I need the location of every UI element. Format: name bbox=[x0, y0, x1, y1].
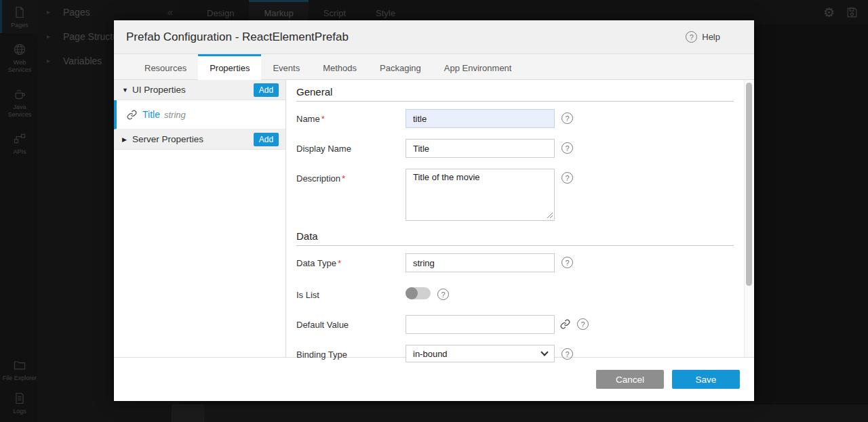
help-icon[interactable]: ? bbox=[437, 289, 449, 300]
property-type: string bbox=[164, 110, 186, 120]
dialog-footer: Cancel Save bbox=[114, 357, 754, 401]
property-item-title[interactable]: Title string bbox=[114, 100, 285, 129]
selected-option: in-bound bbox=[413, 349, 448, 359]
property-form: General Name* ? Display Name ? Descripti… bbox=[286, 80, 754, 357]
link-icon bbox=[127, 110, 137, 120]
description-textarea[interactable]: Title of the movie bbox=[406, 169, 555, 221]
toggle-knob bbox=[406, 287, 418, 299]
dialog-title: Prefab Configuration - ReactElementPrefa… bbox=[126, 30, 349, 44]
section-data: Data bbox=[296, 230, 734, 246]
tab-resources[interactable]: Resources bbox=[133, 54, 198, 79]
help-icon[interactable]: ? bbox=[561, 112, 573, 124]
field-label: Data Type* bbox=[296, 253, 406, 268]
required-marker: * bbox=[338, 258, 341, 268]
help-icon[interactable]: ? bbox=[561, 172, 573, 184]
field-label: Display Name bbox=[296, 139, 406, 154]
tab-label: Properties bbox=[210, 63, 250, 73]
bind-link-icon[interactable] bbox=[560, 319, 570, 332]
field-row-is-list: Is List ? bbox=[296, 285, 734, 300]
form-scrollbar[interactable] bbox=[744, 80, 753, 357]
chevron-down-icon bbox=[540, 348, 548, 356]
dialog-tabbar: Resources Properties Events Methods Pack… bbox=[114, 54, 754, 80]
tab-events[interactable]: Events bbox=[261, 54, 311, 79]
resize-grip-icon[interactable] bbox=[547, 212, 553, 219]
tab-properties[interactable]: Properties bbox=[198, 54, 261, 80]
properties-list-panel: ▼ UI Properties Add Title string ▶ Serve… bbox=[114, 80, 286, 357]
help-link[interactable]: ? Help bbox=[686, 31, 720, 43]
help-icon[interactable]: ? bbox=[561, 348, 573, 360]
save-button[interactable]: Save bbox=[672, 370, 740, 389]
screen: Pages Web Services Java Services APIs Fi… bbox=[0, 0, 868, 422]
is-list-toggle[interactable] bbox=[406, 287, 431, 299]
tab-methods[interactable]: Methods bbox=[311, 54, 368, 79]
tab-label: Methods bbox=[323, 63, 357, 73]
field-label: Is List bbox=[296, 285, 406, 300]
binding-type-select[interactable]: in-bound bbox=[406, 345, 555, 362]
field-row-display-name: Display Name ? bbox=[296, 139, 734, 158]
display-name-input[interactable] bbox=[406, 139, 555, 158]
field-row-description: Description* Title of the movie ? bbox=[296, 169, 734, 221]
data-type-input[interactable] bbox=[406, 253, 555, 272]
group-label: Server Properties bbox=[132, 134, 203, 144]
help-icon[interactable]: ? bbox=[561, 142, 573, 154]
scrollbar-thumb[interactable] bbox=[746, 83, 752, 286]
description-textarea-wrap: Title of the movie bbox=[406, 169, 555, 221]
dialog-header: Prefab Configuration - ReactElementPrefa… bbox=[114, 20, 754, 54]
add-server-property-button[interactable]: Add bbox=[254, 133, 279, 146]
field-row-data-type: Data Type* ? bbox=[296, 253, 734, 272]
tab-packaging[interactable]: Packaging bbox=[368, 54, 433, 79]
dialog-body: ▼ UI Properties Add Title string ▶ Serve… bbox=[114, 80, 754, 357]
help-icon[interactable]: ? bbox=[577, 318, 589, 330]
add-ui-property-button[interactable]: Add bbox=[254, 83, 279, 97]
tab-app-environment[interactable]: App Environment bbox=[433, 54, 524, 79]
field-label: Description* bbox=[296, 169, 406, 184]
caret-down-icon: ▼ bbox=[122, 87, 132, 93]
default-value-input[interactable] bbox=[406, 315, 555, 334]
field-label: Binding Type bbox=[296, 345, 406, 360]
name-input[interactable] bbox=[406, 109, 555, 128]
prefab-configuration-dialog: Prefab Configuration - ReactElementPrefa… bbox=[114, 20, 754, 401]
group-label: UI Properties bbox=[132, 85, 186, 95]
help-icon: ? bbox=[686, 31, 697, 43]
help-label: Help bbox=[702, 32, 720, 42]
cancel-button[interactable]: Cancel bbox=[596, 370, 664, 389]
tab-label: Packaging bbox=[380, 63, 421, 73]
field-row-name: Name* ? bbox=[296, 109, 734, 128]
tab-label: Events bbox=[273, 63, 300, 73]
ui-properties-group[interactable]: ▼ UI Properties Add bbox=[114, 80, 285, 100]
field-row-default-value: Default Value ? bbox=[296, 315, 734, 334]
field-label: Name* bbox=[296, 109, 406, 124]
help-icon[interactable]: ? bbox=[561, 257, 573, 268]
tab-label: Resources bbox=[144, 63, 186, 73]
tab-label: App Environment bbox=[444, 63, 512, 73]
required-marker: * bbox=[342, 173, 345, 184]
caret-right-icon: ▶ bbox=[122, 136, 132, 143]
field-label: Default Value bbox=[296, 315, 406, 330]
field-row-binding-type: Binding Type in-bound ? bbox=[296, 345, 734, 362]
property-name: Title bbox=[142, 109, 160, 120]
section-general: General bbox=[296, 86, 734, 102]
required-marker: * bbox=[321, 114, 325, 124]
server-properties-group[interactable]: ▶ Server Properties Add bbox=[114, 129, 285, 150]
